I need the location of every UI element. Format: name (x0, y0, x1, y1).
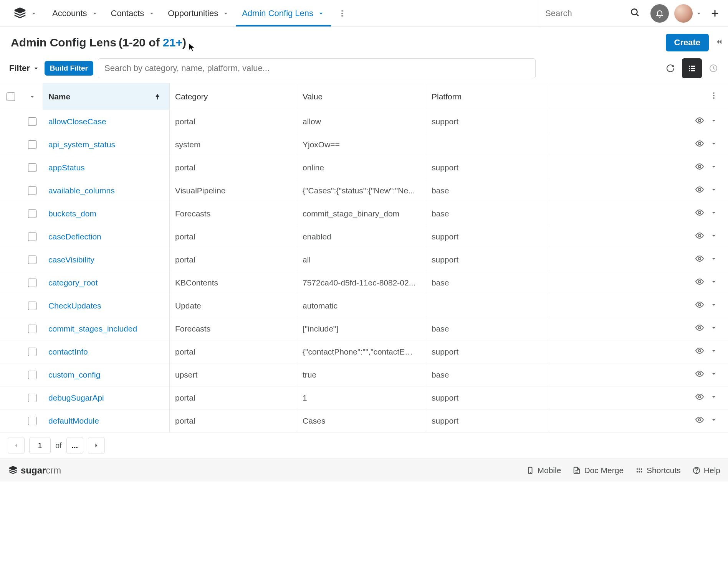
row-platform: support (432, 347, 458, 356)
preview-icon[interactable] (695, 323, 704, 334)
row-name-link[interactable]: buckets_dom (48, 209, 96, 218)
row-expand-icon[interactable] (710, 254, 718, 265)
row-expand-icon[interactable] (710, 277, 718, 288)
search-icon[interactable] (630, 7, 640, 19)
row-checkbox[interactable] (28, 417, 36, 425)
row-expand-icon[interactable] (710, 208, 718, 219)
preview-icon[interactable] (695, 116, 704, 127)
preview-icon[interactable] (695, 185, 704, 196)
notifications-button[interactable] (650, 4, 669, 23)
svg-line-4 (637, 14, 639, 16)
column-header-name[interactable]: Name (43, 83, 170, 110)
column-header-value[interactable]: Value (297, 83, 426, 110)
row-checkbox[interactable] (28, 117, 36, 126)
nav-tab-accounts[interactable]: Accounts (46, 0, 105, 26)
nav-tab-opportunities[interactable]: Opportunities (162, 0, 236, 26)
chevron-down-icon[interactable] (222, 10, 230, 17)
nav-tab-admin-config-lens[interactable]: Admin Config Lens (236, 0, 331, 26)
row-expand-icon[interactable] (710, 116, 718, 127)
list-view-button[interactable] (682, 58, 702, 78)
row-name-link[interactable]: api_system_status (48, 140, 115, 149)
count-link[interactable]: 21+ (163, 36, 182, 49)
filter-search-input[interactable] (98, 58, 536, 78)
row-name-link[interactable]: allowCloseCase (48, 117, 106, 126)
row-name-link[interactable]: custom_config (48, 370, 100, 379)
nav-more-icon[interactable] (334, 9, 350, 18)
build-filter-button[interactable]: Build Filter (45, 61, 93, 76)
row-name-link[interactable]: commit_stages_included (48, 324, 137, 333)
row-checkbox[interactable] (28, 348, 36, 356)
row-checkbox[interactable] (28, 371, 36, 379)
preview-icon[interactable] (695, 139, 704, 150)
chevron-down-icon[interactable] (148, 10, 156, 17)
row-name-link[interactable]: contactInfo (48, 347, 88, 356)
prev-page-button[interactable] (8, 437, 25, 454)
row-checkbox[interactable] (28, 325, 36, 333)
nav-tab-contacts[interactable]: Contacts (105, 0, 162, 26)
row-expand-icon[interactable] (710, 300, 718, 311)
row-name-link[interactable]: available_columns (48, 186, 115, 195)
row-checkbox[interactable] (28, 302, 36, 310)
row-expand-icon[interactable] (710, 231, 718, 242)
row-name-link[interactable]: caseVisibility (48, 255, 94, 264)
preview-icon[interactable] (695, 254, 704, 265)
row-checkbox[interactable] (28, 140, 36, 149)
column-header-platform[interactable]: Platform (426, 83, 549, 110)
page-input[interactable] (29, 437, 51, 454)
preview-icon[interactable] (695, 392, 704, 403)
row-checkbox[interactable] (28, 163, 36, 172)
preview-icon[interactable] (695, 415, 704, 426)
column-settings-icon[interactable] (710, 91, 718, 102)
quick-create-button[interactable] (710, 8, 720, 19)
row-expand-icon[interactable] (710, 162, 718, 173)
row-checkbox[interactable] (28, 394, 36, 402)
footer-help[interactable]: Help (692, 466, 720, 475)
footer-logo[interactable]: sugarcrm (8, 465, 61, 476)
row-name-link[interactable]: caseDeflection (48, 232, 101, 241)
user-menu-chevron[interactable] (695, 10, 703, 17)
row-expand-icon[interactable] (710, 346, 718, 357)
row-name-link[interactable]: appStatus (48, 163, 85, 172)
row-checkbox[interactable] (28, 279, 36, 287)
row-name-link[interactable]: defaultModule (48, 416, 99, 426)
total-pages-button[interactable]: ... (66, 437, 83, 454)
preview-icon[interactable] (695, 369, 704, 380)
preview-icon[interactable] (695, 277, 704, 288)
row-name-link[interactable]: debugSugarApi (48, 393, 104, 403)
select-all-dropdown[interactable] (22, 83, 43, 110)
create-button[interactable]: Create (666, 34, 709, 51)
activity-view-button[interactable] (703, 58, 723, 78)
row-expand-icon[interactable] (710, 393, 718, 403)
row-expand-icon[interactable] (710, 185, 718, 196)
filter-dropdown[interactable]: Filter (9, 63, 40, 73)
collapse-panel-icon[interactable] (714, 37, 723, 48)
preview-icon[interactable] (695, 346, 704, 357)
preview-icon[interactable] (695, 300, 704, 311)
row-name-link[interactable]: CheckUpdates (48, 301, 101, 310)
user-avatar[interactable] (674, 4, 693, 23)
global-search-input[interactable] (545, 8, 630, 18)
column-header-category[interactable]: Category (170, 83, 297, 110)
next-page-button[interactable] (88, 437, 105, 454)
app-logo[interactable] (12, 5, 28, 22)
row-name-link[interactable]: category_root (48, 278, 98, 287)
preview-icon[interactable] (695, 162, 704, 173)
row-checkbox[interactable] (28, 233, 36, 241)
row-expand-icon[interactable] (710, 370, 718, 380)
refresh-button[interactable] (660, 58, 680, 78)
row-expand-icon[interactable] (710, 323, 718, 334)
row-checkbox[interactable] (28, 186, 36, 195)
row-expand-icon[interactable] (710, 139, 718, 150)
preview-icon[interactable] (695, 208, 704, 219)
footer-docmerge[interactable]: Doc Merge (572, 466, 624, 475)
chevron-down-icon[interactable] (317, 10, 325, 17)
row-checkbox[interactable] (28, 256, 36, 264)
row-checkbox[interactable] (28, 210, 36, 218)
select-all-checkbox[interactable] (7, 92, 15, 101)
row-expand-icon[interactable] (710, 416, 718, 426)
module-menu-chevron[interactable] (30, 10, 38, 17)
chevron-down-icon[interactable] (91, 10, 99, 17)
preview-icon[interactable] (695, 231, 704, 242)
footer-shortcuts[interactable]: Shortcuts (635, 466, 681, 475)
footer-mobile[interactable]: Mobile (526, 466, 561, 475)
